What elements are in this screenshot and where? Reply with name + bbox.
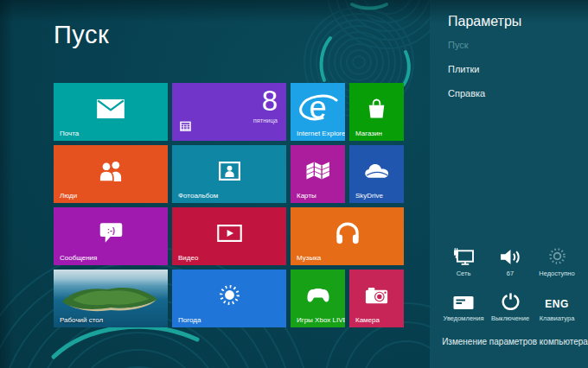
quick-settings: Сеть 67 Н — [441, 245, 579, 322]
volume-icon — [500, 245, 521, 265]
tile-maps[interactable]: Карты — [291, 145, 345, 203]
tile-label: Карты — [297, 192, 316, 200]
charm-item-start[interactable]: Пуск — [448, 40, 588, 50]
settings-charm-panel: Параметры Пуск Плитки Справка Сеть — [430, 0, 588, 368]
network-setting[interactable]: Сеть — [441, 245, 486, 277]
cloud-icon — [349, 145, 404, 196]
tile-skydrive[interactable]: SkyDrive — [349, 145, 404, 203]
mail-icon — [54, 83, 168, 134]
tile-label: Магазин — [355, 130, 382, 137]
tile-label: SkyDrive — [355, 192, 383, 200]
calendar-icon — [180, 119, 191, 135]
tile-label: Почта — [60, 130, 79, 137]
tile-label: Видео — [178, 254, 198, 262]
tile-camera[interactable]: Камера — [349, 270, 404, 327]
tile-label: Игры Xbox LIVE — [297, 316, 345, 324]
tile-xbox-games[interactable]: Игры Xbox LIVE — [291, 270, 345, 327]
maps-icon — [291, 145, 345, 196]
calendar-day: 8 — [262, 86, 278, 115]
tile-label: Сообщения — [60, 254, 97, 262]
charm-item-help[interactable]: Справка — [448, 88, 588, 98]
network-icon — [453, 245, 475, 265]
tile-label: Internet Explorer — [297, 130, 345, 137]
brightness-icon — [548, 245, 566, 265]
camera-icon — [349, 270, 404, 320]
store-bag-icon — [349, 83, 404, 134]
tile-store[interactable]: Магазин — [349, 83, 404, 141]
calendar-weekday: пятница — [253, 117, 278, 124]
page-title: Пуск — [54, 21, 109, 49]
quick-setting-label: Выключение — [491, 314, 529, 322]
tile-label: Фотоальбом — [178, 192, 218, 200]
quick-setting-label: 67 — [507, 270, 514, 277]
messaging-bubble-icon: :-) — [54, 207, 168, 258]
tile-messaging[interactable]: :-) Сообщения — [54, 207, 168, 265]
volume-setting[interactable]: 67 — [488, 245, 533, 277]
change-pc-settings-link[interactable]: Изменение параметров компьютера — [430, 337, 588, 346]
photos-icon — [172, 145, 286, 196]
tile-weather[interactable]: Погода — [172, 270, 286, 327]
people-icon — [54, 145, 168, 196]
svg-text::-): :-) — [107, 226, 115, 235]
tile-desktop[interactable]: Рабочий стол — [54, 270, 168, 327]
tile-label: Камера — [355, 316, 380, 324]
power-setting[interactable]: Выключение — [488, 290, 533, 322]
tile-label: Люди — [60, 192, 77, 200]
island-photo — [54, 276, 168, 321]
internet-explorer-icon: e — [291, 83, 345, 134]
tile-internet-explorer[interactable]: e Internet Explorer — [291, 83, 345, 141]
charms-title: Параметры — [448, 14, 588, 29]
tile-label: Рабочий стол — [60, 316, 103, 324]
sun-icon — [172, 270, 286, 320]
keyboard-setting[interactable]: ENG Клавиатура — [534, 290, 579, 322]
notifications-setting[interactable]: Уведомления — [441, 290, 486, 322]
game-controller-icon — [291, 270, 345, 320]
tile-music[interactable]: Музыка — [291, 207, 404, 265]
power-icon — [502, 290, 520, 310]
keyboard-language-icon: ENG — [545, 290, 569, 310]
tile-mail[interactable]: Почта — [54, 83, 168, 141]
tile-label: Музыка — [297, 254, 321, 262]
tile-people[interactable]: Люди — [54, 145, 168, 203]
quick-setting-label: Сеть — [457, 270, 471, 277]
quick-setting-label: Клавиатура — [540, 314, 575, 322]
charm-nav: Пуск Плитки Справка — [448, 40, 588, 98]
tile-photos[interactable]: Фотоальбом — [172, 145, 286, 203]
notifications-icon — [453, 290, 474, 310]
headphones-icon — [291, 207, 404, 258]
start-screen: Пуск Почта 8 пятница — [0, 0, 588, 368]
quick-setting-label: Недоступно — [539, 270, 574, 277]
tile-video[interactable]: Видео — [172, 207, 286, 265]
tile-grid: Почта 8 пятница e I — [54, 83, 404, 327]
video-player-icon — [172, 207, 286, 258]
tile-label: Погода — [178, 316, 201, 324]
charm-item-tiles[interactable]: Плитки — [448, 64, 588, 74]
tile-calendar[interactable]: 8 пятница — [172, 83, 286, 141]
quick-setting-label: Уведомления — [444, 314, 484, 322]
brightness-setting[interactable]: Недоступно — [534, 245, 579, 277]
